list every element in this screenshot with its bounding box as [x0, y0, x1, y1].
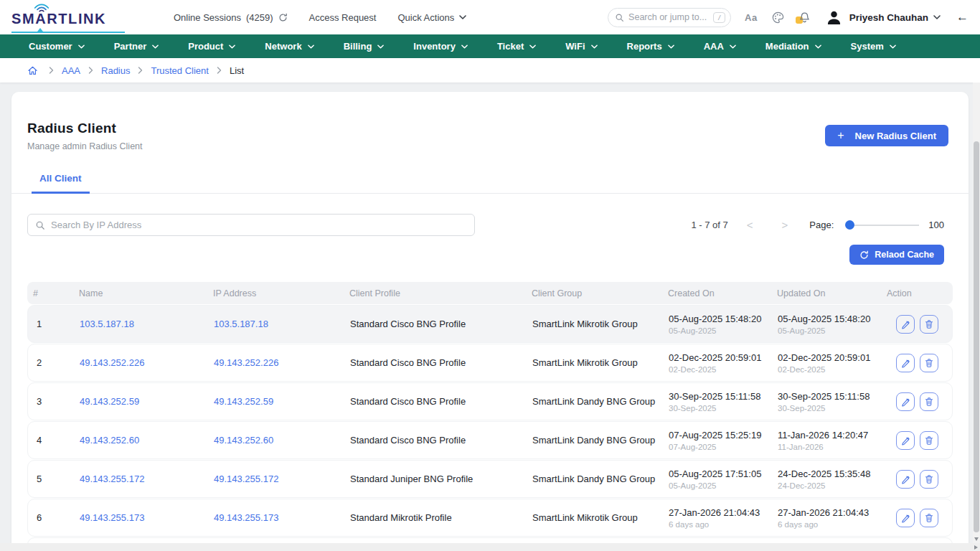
row-actions [879, 354, 952, 372]
nav-item-customer[interactable]: Customer [29, 41, 85, 52]
nav-item-label: AAA [704, 41, 724, 52]
page-size-slider[interactable] [845, 220, 919, 230]
row-number: 2 [28, 357, 71, 368]
page-title: Radius Client [27, 121, 953, 136]
row-number: 3 [28, 396, 71, 407]
chevron-down-icon [308, 44, 314, 49]
nav-item-label: WiFi [565, 41, 585, 52]
client-ip-link[interactable]: 49.143.252.60 [205, 435, 341, 446]
nav-item-aaa[interactable]: AAA [704, 41, 736, 52]
scroll-down-arrow-icon[interactable] [974, 537, 979, 541]
client-name-link[interactable]: 103.5.187.18 [71, 319, 205, 329]
edit-button[interactable] [896, 354, 915, 372]
delete-button[interactable] [920, 392, 938, 411]
scroll-right-arrow-icon[interactable] [974, 545, 978, 550]
delete-button[interactable] [920, 354, 938, 372]
refresh-icon [859, 250, 869, 260]
nav-item-system[interactable]: System [851, 41, 896, 52]
delete-button[interactable] [920, 431, 938, 450]
header-right: Search or jump to... / Aa Priyesh Chauha… [608, 8, 969, 27]
breadcrumb-trusted-client[interactable]: Trusted Client [151, 65, 208, 76]
client-profile: Standard Mikrotik Profile [341, 512, 524, 523]
home-icon[interactable] [27, 65, 38, 76]
client-ip-link[interactable]: 103.5.187.18 [205, 319, 341, 329]
app-header: SMARTLINK Online Sessions (4259) Access … [0, 0, 980, 34]
nav-item-mediation[interactable]: Mediation [765, 41, 821, 52]
breadcrumb-list: List [230, 65, 244, 76]
edit-button[interactable] [896, 470, 915, 489]
reload-cache-button[interactable]: Relaod Cache [849, 245, 944, 265]
pagination-range: 1 - 7 of 7 [691, 220, 727, 230]
delete-button[interactable] [920, 315, 938, 334]
nav-item-reports[interactable]: Reports [627, 41, 674, 52]
row-number: 4 [28, 435, 71, 446]
client-ip-link[interactable]: 49.143.252.226 [205, 357, 341, 368]
vertical-scrollbar-thumb[interactable] [974, 141, 979, 532]
global-search-placeholder: Search or jump to... [628, 12, 707, 22]
row-actions [879, 315, 952, 334]
ip-search-input[interactable]: Search By IP Address [27, 214, 475, 236]
table-row: 4 49.143.252.60 49.143.252.60 Standard C… [27, 421, 953, 459]
access-request-link[interactable]: Access Request [309, 12, 377, 23]
nav-item-product[interactable]: Product [188, 41, 235, 52]
client-ip-link[interactable]: 49.143.255.172 [205, 474, 341, 484]
chevron-down-icon [890, 44, 896, 49]
font-size-toggle[interactable]: Aa [745, 12, 758, 23]
edit-button[interactable] [896, 315, 915, 334]
breadcrumb-aaa[interactable]: AAA [62, 65, 80, 76]
client-name-link[interactable]: 49.143.252.60 [71, 435, 205, 446]
nav-item-wifi[interactable]: WiFi [565, 41, 597, 52]
nav-item-partner[interactable]: Partner [114, 41, 159, 52]
page-size-value: 100 [928, 220, 944, 230]
slider-thumb[interactable] [845, 220, 854, 230]
edit-button[interactable] [896, 509, 915, 527]
row-actions [879, 392, 952, 411]
horizontal-scrollbar[interactable] [0, 543, 980, 551]
col-header-action: Action [878, 288, 953, 298]
user-avatar[interactable] [825, 9, 843, 27]
nav-item-inventory[interactable]: Inventory [413, 41, 468, 52]
nav-item-billing[interactable]: Billing [344, 41, 385, 52]
table-row: 2 49.143.252.226 49.143.252.226 Standard… [27, 344, 953, 382]
row-number: 5 [28, 474, 71, 484]
wifi-signal-icon [33, 3, 50, 16]
nav-item-label: Product [188, 41, 223, 52]
chevron-down-icon [152, 44, 159, 49]
delete-button[interactable] [920, 509, 938, 527]
breadcrumb-radius[interactable]: Radius [101, 65, 130, 76]
client-name-link[interactable]: 49.143.255.173 [71, 512, 205, 523]
updated-on-cell: 02-Dec-2025 20:59:01 02-Dec-2025 [769, 352, 879, 374]
theme-palette-icon[interactable] [771, 11, 785, 24]
quick-actions-menu[interactable]: Quick Actions [397, 12, 466, 23]
chevron-down-icon [78, 44, 85, 49]
pagination-next-button[interactable]: > [782, 219, 788, 231]
ip-search-placeholder: Search By IP Address [51, 220, 141, 230]
client-ip-link[interactable]: 49.143.255.173 [205, 512, 341, 523]
refresh-sessions-icon[interactable] [278, 13, 288, 22]
edit-button[interactable] [896, 392, 915, 411]
smartlink-logo[interactable]: SMARTLINK [11, 2, 133, 32]
pagination-prev-button[interactable]: < [747, 219, 753, 231]
new-radius-client-button[interactable]: + New Radius Client [825, 125, 948, 146]
online-sessions[interactable]: Online Sessions (4259) [174, 12, 288, 23]
reload-row: Relaod Cache [27, 245, 944, 265]
user-menu[interactable]: Priyesh Chauhan [849, 12, 941, 23]
nav-item-ticket[interactable]: Ticket [497, 41, 536, 52]
created-on-cell: 05-Aug-2025 17:51:05 05-Aug-2025 [660, 468, 769, 490]
client-ip-link[interactable]: 49.143.252.59 [205, 396, 341, 407]
nav-item-label: Partner [114, 41, 147, 52]
tab-all-client[interactable]: All Client [32, 173, 90, 194]
notifications-bell-icon[interactable] [798, 11, 811, 24]
client-name-link[interactable]: 49.143.252.59 [71, 396, 205, 407]
logo-text: SMARTLINK [11, 11, 133, 27]
table-controls: Search By IP Address 1 - 7 of 7 < > Page… [27, 214, 953, 236]
back-arrow-button[interactable]: ← [956, 10, 969, 24]
global-search-input[interactable]: Search or jump to... / [608, 8, 731, 27]
delete-button[interactable] [920, 470, 938, 489]
nav-item-network[interactable]: Network [265, 41, 314, 52]
client-name-link[interactable]: 49.143.255.172 [71, 474, 205, 484]
client-name-link[interactable]: 49.143.252.226 [71, 357, 205, 368]
edit-button[interactable] [896, 431, 915, 450]
client-group: SmartLink Mikrotik Group [524, 512, 660, 523]
row-actions [879, 509, 952, 527]
